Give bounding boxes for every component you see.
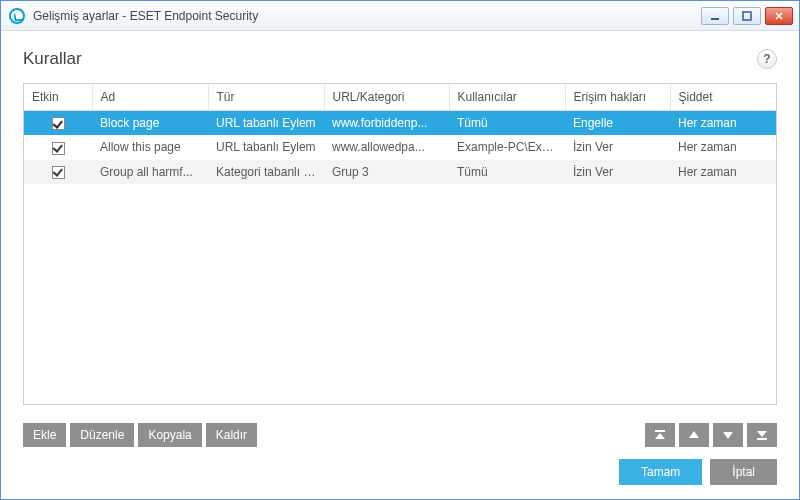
move-up-button[interactable]: [679, 423, 709, 447]
close-button[interactable]: [765, 7, 793, 25]
page-header: Kurallar ?: [1, 31, 799, 83]
col-ad[interactable]: Ad: [92, 84, 208, 111]
table-header-row: Etkin Ad Tür URL/Kategori Kullanıcılar E…: [24, 84, 776, 111]
table-row[interactable]: Allow this pageURL tabanlı Eylemwww.allo…: [24, 135, 776, 159]
dialog-footer: Tamam İptal: [1, 447, 799, 499]
svg-marker-6: [689, 431, 699, 438]
cancel-button[interactable]: İptal: [710, 459, 777, 485]
svg-rect-1: [743, 12, 751, 20]
remove-button[interactable]: Kaldır: [206, 423, 257, 447]
row-checkbox[interactable]: [52, 117, 65, 130]
row-checkbox[interactable]: [52, 166, 65, 179]
minimize-button[interactable]: [701, 7, 729, 25]
maximize-button[interactable]: [733, 7, 761, 25]
minimize-icon: [710, 11, 720, 21]
move-down-button[interactable]: [713, 423, 743, 447]
copy-button[interactable]: Kopyala: [138, 423, 201, 447]
svg-marker-7: [723, 432, 733, 439]
close-icon: [774, 11, 784, 21]
move-down-icon: [722, 429, 734, 441]
cell-url: www.forbiddenp...: [324, 111, 449, 136]
move-bottom-icon: [756, 429, 768, 441]
cell-ad: Block page: [92, 111, 208, 136]
grid-toolbar: Ekle Düzenle Kopyala Kaldır: [1, 413, 799, 447]
svg-rect-4: [655, 430, 665, 432]
rules-table: Etkin Ad Tür URL/Kategori Kullanıcılar E…: [24, 84, 776, 184]
maximize-icon: [742, 11, 752, 21]
move-bottom-button[interactable]: [747, 423, 777, 447]
eset-app-icon: [9, 8, 25, 24]
content-area: Etkin Ad Tür URL/Kategori Kullanıcılar E…: [1, 83, 799, 413]
col-tur[interactable]: Tür: [208, 84, 324, 111]
window-buttons: [701, 7, 793, 25]
col-erisim[interactable]: Erişim hakları: [565, 84, 670, 111]
cell-erisim: Engelle: [565, 111, 670, 136]
svg-marker-8: [757, 431, 767, 437]
help-icon: ?: [763, 52, 770, 66]
cell-tur: Kategori tabanlı E...: [208, 160, 324, 184]
add-button[interactable]: Ekle: [23, 423, 66, 447]
svg-rect-9: [757, 438, 767, 440]
titlebar: Gelişmiş ayarlar - ESET Endpoint Securit…: [1, 1, 799, 31]
cell-ad: Group all harmf...: [92, 160, 208, 184]
table-row[interactable]: Block pageURL tabanlı Eylemwww.forbidden…: [24, 111, 776, 136]
move-up-icon: [688, 429, 700, 441]
rules-grid: Etkin Ad Tür URL/Kategori Kullanıcılar E…: [23, 83, 777, 405]
cell-ad: Allow this page: [92, 135, 208, 159]
cell-tur: URL tabanlı Eylem: [208, 111, 324, 136]
cell-url: Grup 3: [324, 160, 449, 184]
row-checkbox[interactable]: [52, 142, 65, 155]
cell-kullanicilar: Tümü: [449, 111, 565, 136]
svg-rect-0: [711, 18, 719, 20]
svg-marker-5: [655, 433, 665, 439]
cell-kullanicilar: Example-PC\Exa...: [449, 135, 565, 159]
move-top-icon: [654, 429, 666, 441]
window-frame: Gelişmiş ayarlar - ESET Endpoint Securit…: [0, 0, 800, 500]
cell-siddet: Her zaman: [670, 160, 776, 184]
window-title: Gelişmiş ayarlar - ESET Endpoint Securit…: [33, 9, 701, 23]
cell-erisim: İzin Ver: [565, 135, 670, 159]
move-top-button[interactable]: [645, 423, 675, 447]
col-siddet[interactable]: Şiddet: [670, 84, 776, 111]
help-button[interactable]: ?: [757, 49, 777, 69]
cell-siddet: Her zaman: [670, 135, 776, 159]
cell-kullanicilar: Tümü: [449, 160, 565, 184]
table-row[interactable]: Group all harmf...Kategori tabanlı E...G…: [24, 160, 776, 184]
page-title: Kurallar: [23, 49, 757, 69]
cell-erisim: İzin Ver: [565, 160, 670, 184]
toolbar-left: Ekle Düzenle Kopyala Kaldır: [23, 423, 257, 447]
col-kullanicilar[interactable]: Kullanıcılar: [449, 84, 565, 111]
col-etkin[interactable]: Etkin: [24, 84, 92, 111]
edit-button[interactable]: Düzenle: [70, 423, 134, 447]
toolbar-right: [645, 423, 777, 447]
cell-tur: URL tabanlı Eylem: [208, 135, 324, 159]
cell-url: www.allowedpa...: [324, 135, 449, 159]
cell-siddet: Her zaman: [670, 111, 776, 136]
col-url[interactable]: URL/Kategori: [324, 84, 449, 111]
ok-button[interactable]: Tamam: [619, 459, 702, 485]
